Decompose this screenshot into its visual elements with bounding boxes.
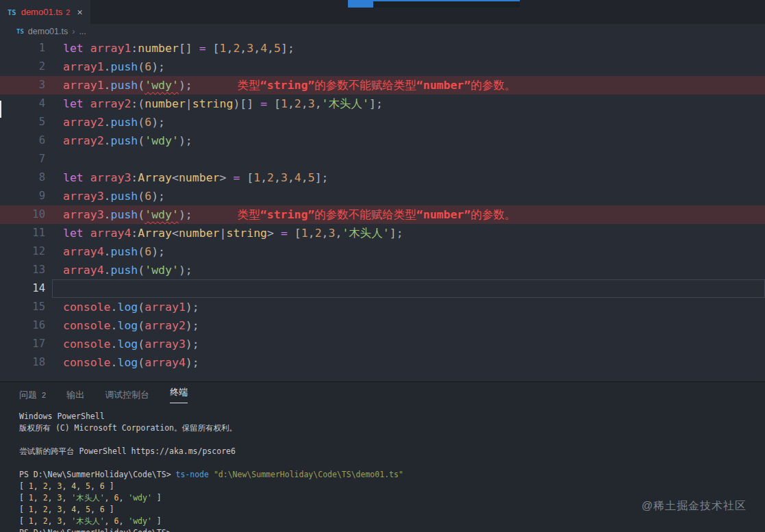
code-token: );: [179, 134, 192, 147]
panel-tab-problems[interactable]: 问题 2: [19, 389, 46, 401]
line-number: 10: [0, 205, 45, 224]
code-token: (: [138, 264, 145, 277]
panel-tab-label: 终端: [170, 386, 188, 403]
line-number: 4: [0, 94, 45, 113]
tab-demo01[interactable]: TS demo01.ts 2 ×: [0, 0, 90, 24]
watermark: @稀土掘金技术社区: [642, 499, 747, 514]
code-text: array2.push('wdy');: [63, 131, 192, 150]
code-line-5[interactable]: 5array2.push(6);: [0, 113, 765, 131]
code-token: array3: [90, 171, 131, 184]
inline-error-message: 类型“string”的参数不能赋给类型“number”的参数。: [238, 208, 516, 221]
panel-tab-output[interactable]: 输出: [66, 389, 84, 401]
code-token: ];: [369, 97, 383, 110]
code-token: ,: [76, 481, 86, 491]
code-token: ,: [34, 505, 43, 514]
quick-input-progress: [348, 0, 520, 8]
code-line-11[interactable]: 11let array4:Array<number|string> = [1,2…: [0, 224, 765, 242]
code-token: ,: [267, 42, 274, 55]
code-token: ];: [281, 42, 294, 55]
code-token: array3: [63, 190, 104, 203]
code-line-8[interactable]: 8let array3:Array<number> = [1,2,3,4,5];: [0, 168, 765, 187]
code-token: ,: [34, 493, 43, 503]
code-token: 6: [100, 481, 105, 491]
breadcrumb-more[interactable]: ...: [79, 27, 86, 36]
code-line-18[interactable]: 18console.log(array4);: [0, 353, 765, 372]
code-line-6[interactable]: 6array2.push('wdy');: [0, 131, 765, 150]
code-token: array2: [63, 134, 104, 147]
panel-tab-debug-console[interactable]: 调试控制台: [105, 389, 149, 401]
code-token: log: [117, 338, 138, 351]
code-text: array1.push(6);: [63, 58, 165, 76]
code-line-13[interactable]: 13array4.push('wdy');: [0, 261, 765, 279]
code-token: ,: [90, 481, 100, 491]
code-text: array2.push(6);: [63, 113, 165, 131]
code-token: '木头人': [342, 227, 389, 240]
code-token: );: [186, 338, 199, 351]
code-token: “string”: [260, 208, 314, 221]
code-token: ]: [105, 481, 114, 491]
code-token: .: [104, 60, 111, 73]
code-token: push: [111, 116, 138, 129]
code-token: );: [151, 116, 165, 129]
code-token: (: [138, 190, 145, 203]
code-token: number: [138, 42, 179, 55]
code-token: push: [111, 208, 138, 221]
code-token: <: [172, 227, 179, 240]
line-number: 9: [0, 187, 45, 205]
code-line-2[interactable]: 2array1.push(6);: [0, 58, 765, 76]
code-line-16[interactable]: 16console.log(array2);: [0, 316, 765, 335]
code-token: ,: [62, 516, 71, 526]
code-line-7[interactable]: 7: [0, 150, 765, 168]
code-token: string: [192, 97, 234, 110]
code-token: 5: [274, 42, 281, 55]
panel-tab-terminal[interactable]: 终端: [170, 386, 188, 403]
code-token: ,: [48, 493, 58, 503]
inline-error-message: 类型“string”的参数不能赋给类型“number”的参数。: [238, 79, 516, 92]
code-line-4[interactable]: 4let array2:(number|string)[] = [1,2,3,'…: [0, 94, 765, 113]
code-token: :: [131, 227, 138, 240]
code-token: );: [179, 208, 192, 221]
code-text: let array4:Array<number|string> = [1,2,3…: [63, 224, 403, 242]
code-token: 2: [43, 481, 48, 491]
code-token: 1: [301, 227, 308, 240]
code-token: (: [138, 60, 145, 73]
code-token: array2: [63, 116, 104, 129]
code-token: ,: [118, 493, 128, 503]
code-token: 版权所有 (C) Microsoft Corporation。保留所有权利。: [19, 423, 237, 433]
code-token: ,: [34, 481, 43, 491]
code-line-17[interactable]: 17console.log(array3);: [0, 335, 765, 353]
code-token: ,: [76, 505, 86, 514]
code-line-1[interactable]: 1let array1:number[] = [1,2,3,4,5];: [0, 39, 765, 58]
code-token: []: [179, 42, 199, 55]
code-line-9[interactable]: 9array3.push(6);: [0, 187, 765, 205]
code-line-12[interactable]: 12array4.push(6);: [0, 242, 765, 261]
code-line-3[interactable]: 3array1.push('wdy');类型“string”的参数不能赋给类型“…: [0, 76, 765, 94]
tab-close-icon[interactable]: ×: [77, 7, 82, 18]
code-token: >: [267, 227, 281, 240]
code-token: ]: [105, 505, 114, 514]
code-line-10[interactable]: 10array3.push('wdy');类型“string”的参数不能赋给类型…: [0, 205, 765, 224]
code-token: [: [247, 171, 253, 184]
code-token: =: [260, 97, 274, 110]
code-token: 6: [145, 60, 151, 73]
code-editor[interactable]: 1let array1:number[] = [1,2,3,4,5];2arra…: [0, 39, 765, 381]
code-text: console.log(array2);: [63, 316, 199, 335]
code-token: ]: [152, 493, 162, 503]
code-token: ,: [274, 171, 281, 184]
breadcrumb[interactable]: TS demo01.ts › ...: [0, 24, 765, 39]
code-token: array3: [63, 208, 104, 221]
code-token: (: [138, 319, 145, 332]
code-token: ,: [322, 227, 329, 240]
code-token: [: [19, 516, 29, 526]
breadcrumb-file[interactable]: demo01.ts: [28, 27, 68, 36]
line-number: 6: [0, 131, 45, 150]
panel-tab-label: 输出: [66, 389, 84, 401]
code-token: 1: [29, 481, 34, 491]
code-line-14[interactable]: 14: [0, 279, 765, 298]
code-line-15[interactable]: 15console.log(array1);: [0, 298, 765, 316]
code-token: :: [131, 42, 138, 55]
code-token: .: [104, 79, 111, 92]
code-token: 'wdy': [128, 516, 152, 526]
code-token: ,: [48, 516, 58, 526]
code-token: PS D:\New\SummerHoliday\Code\TS>: [19, 470, 175, 479]
